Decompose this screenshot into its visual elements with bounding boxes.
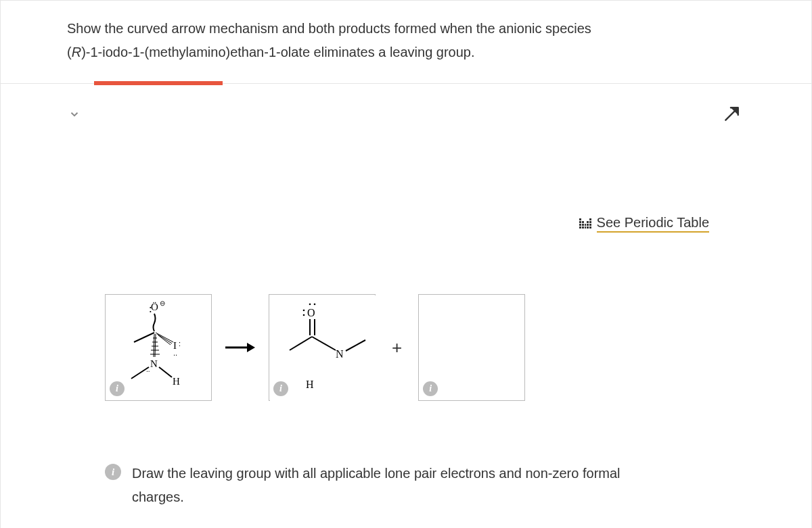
question-text-block: Show the curved arrow mechanism and both… bbox=[1, 1, 811, 64]
question-line-2: (R)-1-iodo-1-(methylamino)ethan-1-olate … bbox=[67, 41, 745, 64]
svg-text:N: N bbox=[150, 358, 158, 369]
plus-symbol: + bbox=[388, 337, 406, 358]
expand-arrow-icon[interactable] bbox=[723, 105, 740, 123]
info-icon[interactable]: i bbox=[110, 381, 125, 396]
periodic-table-label: See Periodic Table bbox=[597, 215, 709, 233]
svg-rect-4 bbox=[587, 221, 589, 223]
svg-line-21 bbox=[157, 334, 172, 343]
svg-text:H: H bbox=[306, 379, 314, 390]
part-label: Part 1 of 2 bbox=[90, 107, 152, 122]
periodic-table-icon bbox=[579, 218, 591, 229]
svg-rect-6 bbox=[579, 224, 581, 226]
svg-rect-10 bbox=[589, 224, 591, 226]
svg-text:..: .. bbox=[173, 349, 177, 357]
svg-text::: : bbox=[179, 339, 181, 347]
svg-rect-11 bbox=[579, 226, 581, 229]
structure-reactant[interactable]: : Ö ⊖ I : .. bbox=[105, 294, 212, 401]
svg-rect-5 bbox=[589, 221, 591, 223]
svg-text:O: O bbox=[307, 307, 315, 318]
chevron-down-icon[interactable] bbox=[68, 108, 81, 120]
stereo-config: R bbox=[72, 45, 81, 59]
svg-point-92 bbox=[303, 310, 305, 312]
info-icon: i bbox=[105, 464, 121, 480]
info-icon[interactable]: i bbox=[273, 381, 288, 396]
svg-line-35 bbox=[159, 367, 172, 377]
structure-answer-box[interactable]: i bbox=[418, 294, 525, 401]
svg-line-27 bbox=[155, 334, 156, 357]
compound-name: )-1-iodo-1-(methylamino)ethan-1-olate el… bbox=[81, 45, 474, 59]
svg-point-93 bbox=[303, 314, 305, 316]
reaction-scheme: : Ö ⊖ I : .. bbox=[105, 294, 525, 401]
svg-rect-0 bbox=[579, 218, 581, 220]
paren-open: ( bbox=[67, 45, 72, 59]
svg-rect-8 bbox=[585, 224, 586, 226]
svg-rect-3 bbox=[582, 221, 584, 223]
question-line-1: Show the curved arrow mechanism and both… bbox=[67, 17, 745, 41]
svg-line-20 bbox=[156, 333, 173, 342]
svg-point-90 bbox=[309, 304, 311, 306]
instruction-block: i Draw the leaving group with all applic… bbox=[105, 462, 660, 509]
structure-product-1[interactable]: . . O : N H bbox=[269, 294, 376, 401]
progress-indicator bbox=[94, 81, 223, 85]
periodic-table-link[interactable]: See Periodic Table bbox=[579, 215, 709, 233]
svg-rect-12 bbox=[582, 226, 584, 229]
instruction-text: Draw the leaving group with all applicab… bbox=[132, 462, 660, 509]
svg-text:⊖: ⊖ bbox=[160, 299, 165, 307]
svg-text:Ö: Ö bbox=[151, 302, 158, 312]
svg-point-91 bbox=[314, 304, 316, 306]
svg-line-26 bbox=[154, 334, 154, 357]
divider bbox=[1, 83, 811, 84]
svg-rect-9 bbox=[587, 224, 589, 226]
svg-text:N: N bbox=[336, 348, 344, 360]
svg-rect-13 bbox=[585, 226, 586, 229]
reaction-arrow-icon bbox=[224, 339, 256, 356]
svg-text:H: H bbox=[173, 376, 180, 387]
info-icon[interactable]: i bbox=[423, 381, 438, 396]
page-container: Show the curved arrow mechanism and both… bbox=[0, 0, 812, 528]
svg-line-19 bbox=[134, 333, 154, 342]
svg-rect-14 bbox=[587, 226, 589, 229]
panel-header: Part 1 of 2 bbox=[1, 92, 811, 123]
svg-rect-7 bbox=[582, 224, 584, 226]
svg-line-22 bbox=[158, 335, 171, 345]
svg-rect-15 bbox=[589, 226, 591, 229]
svg-rect-1 bbox=[589, 218, 591, 220]
svg-rect-2 bbox=[579, 221, 581, 223]
